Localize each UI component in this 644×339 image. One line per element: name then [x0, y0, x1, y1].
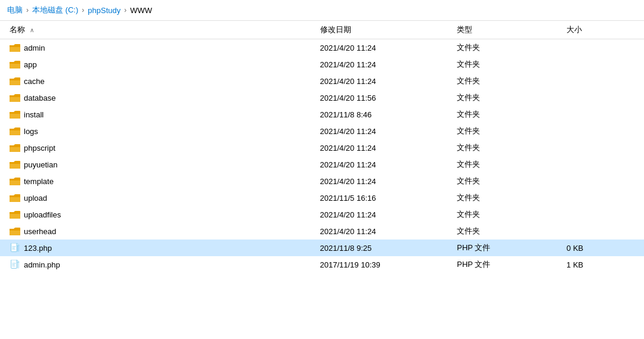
breadcrumb-drive[interactable]: 本地磁盘 (C:) — [32, 5, 78, 15]
file-size-cell — [562, 73, 644, 89]
folder-icon — [10, 126, 20, 136]
file-date-cell: 2021/11/8 8:46 — [315, 106, 453, 123]
file-date-cell: 2021/4/20 11:24 — [315, 73, 453, 89]
folder-icon — [10, 93, 20, 102]
folder-icon — [10, 43, 20, 52]
file-date-cell: 2021/4/20 11:24 — [315, 139, 453, 156]
file-type-cell: 文件夹 — [452, 173, 562, 189]
file-size-cell — [562, 223, 644, 240]
svg-rect-27 — [10, 145, 20, 147]
file-name-cell: admin — [0, 39, 315, 56]
file-name-label: database — [24, 94, 56, 102]
svg-rect-51 — [17, 245, 19, 251]
table-row[interactable]: 123.php2021/11/8 9:25PHP 文件0 KB — [0, 240, 644, 256]
table-row[interactable]: install2021/11/8 8:46文件夹 — [0, 106, 644, 123]
table-row[interactable]: puyuetian2021/4/20 11:24文件夹 — [0, 156, 644, 173]
table-row[interactable]: phpscript2021/4/20 11:24文件夹 — [0, 139, 644, 156]
file-date-cell: 2021/4/20 11:24 — [315, 123, 453, 139]
folder-icon — [10, 60, 20, 69]
file-date-cell: 2017/11/19 10:39 — [315, 256, 453, 273]
col-header-date[interactable]: 修改日期 — [315, 21, 453, 39]
file-name-label: admin.php — [24, 260, 60, 269]
folder-icon — [10, 110, 20, 119]
file-name-cell: userhead — [0, 223, 315, 240]
file-type-cell: 文件夹 — [452, 56, 562, 73]
file-date-cell: 2021/4/20 11:24 — [315, 223, 453, 240]
file-size-cell — [562, 56, 644, 73]
table-row[interactable]: logs2021/4/20 11:24文件夹 — [0, 123, 644, 139]
breadcrumb-sep-0: › — [26, 6, 29, 14]
table-row[interactable]: admin.php2017/11/19 10:39PHP 文件1 KB — [0, 256, 644, 273]
file-type-cell: 文件夹 — [452, 73, 562, 89]
file-type-cell: 文件夹 — [452, 156, 562, 173]
file-name-label: uploadfiles — [24, 210, 61, 219]
folder-icon — [10, 176, 20, 186]
file-date-cell: 2021/11/8 9:25 — [315, 240, 453, 256]
table-row[interactable]: cache2021/4/20 11:24文件夹 — [0, 73, 644, 89]
breadcrumb-bar: 电脑 › 本地磁盘 (C:) › phpStudy › WWW — [0, 0, 644, 21]
php-file-icon — [10, 260, 20, 269]
file-size-cell — [562, 106, 644, 123]
svg-rect-23 — [10, 129, 20, 130]
file-size-cell — [562, 123, 644, 139]
sort-arrow-icon: ∧ — [30, 27, 34, 33]
svg-rect-7 — [10, 62, 20, 64]
file-name-label: app — [24, 60, 37, 69]
svg-rect-48 — [11, 243, 17, 251]
file-name-cell: upload — [0, 189, 315, 206]
file-name-label: install — [24, 110, 44, 119]
file-size-cell — [562, 39, 644, 57]
file-date-cell: 2021/4/20 11:24 — [315, 156, 453, 173]
file-size-cell — [562, 206, 644, 223]
table-row[interactable]: upload2021/11/5 16:16文件夹 — [0, 189, 644, 206]
svg-rect-53 — [12, 248, 15, 248]
folder-icon — [10, 226, 20, 236]
file-name-cell: template — [0, 173, 315, 189]
file-date-cell: 2021/4/20 11:24 — [315, 56, 453, 73]
folder-icon — [10, 210, 20, 219]
file-type-cell: PHP 文件 — [452, 240, 562, 256]
file-name-label: puyuetian — [24, 160, 57, 169]
svg-rect-54 — [12, 249, 16, 250]
file-size-cell: 1 KB — [562, 256, 644, 273]
svg-rect-3 — [10, 45, 20, 47]
file-name-cell: logs — [0, 123, 315, 139]
file-type-cell: 文件夹 — [452, 206, 562, 223]
file-date-cell: 2021/4/20 11:24 — [315, 206, 453, 223]
file-name-cell: 123.php — [0, 240, 315, 256]
file-date-cell: 2021/4/20 11:24 — [315, 39, 453, 57]
file-size-cell — [562, 173, 644, 189]
svg-rect-58 — [17, 262, 19, 268]
folder-icon — [10, 160, 20, 169]
svg-rect-60 — [12, 265, 15, 265]
svg-rect-35 — [10, 179, 20, 181]
breadcrumb-phpstudy[interactable]: phpStudy — [88, 6, 120, 15]
svg-rect-19 — [10, 112, 20, 114]
col-header-size[interactable]: 大小 — [562, 21, 644, 39]
breadcrumb-computer[interactable]: 电脑 — [7, 5, 23, 15]
table-row[interactable]: database2021/4/20 11:56文件夹 — [0, 89, 644, 106]
file-type-cell: 文件夹 — [452, 39, 562, 57]
table-row[interactable]: userhead2021/4/20 11:24文件夹 — [0, 223, 644, 240]
svg-rect-15 — [10, 95, 20, 97]
col-header-name[interactable]: 名称 ∧ — [0, 21, 315, 39]
svg-rect-59 — [12, 263, 16, 264]
folder-icon — [10, 143, 20, 153]
file-explorer: 名称 ∧ 修改日期 类型 大小 admin2021/4/20 11:24文件夹 … — [0, 21, 644, 337]
file-name-cell: phpscript — [0, 139, 315, 156]
table-row[interactable]: template2021/4/20 11:24文件夹 — [0, 173, 644, 189]
table-row[interactable]: app2021/4/20 11:24文件夹 — [0, 56, 644, 73]
svg-rect-31 — [10, 162, 20, 164]
col-header-type[interactable]: 类型 — [452, 21, 562, 39]
file-name-cell: admin.php — [0, 256, 315, 273]
svg-rect-55 — [11, 260, 17, 268]
table-row[interactable]: uploadfiles2021/4/20 11:24文件夹 — [0, 206, 644, 223]
file-size-cell — [562, 139, 644, 156]
table-row[interactable]: admin2021/4/20 11:24文件夹 — [0, 39, 644, 57]
file-name-label: template — [24, 177, 54, 186]
svg-rect-47 — [10, 229, 20, 231]
file-type-cell: 文件夹 — [452, 123, 562, 139]
breadcrumb-www: WWW — [130, 6, 152, 15]
php-file-icon — [10, 243, 20, 253]
file-name-label: 123.php — [24, 244, 52, 253]
